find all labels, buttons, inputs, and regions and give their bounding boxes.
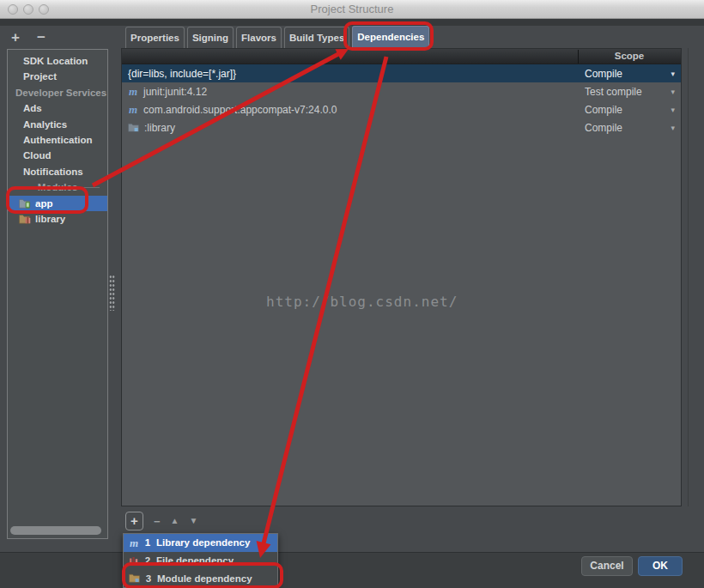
sidebar-item-analytics[interactable]: Analytics [8,117,107,132]
maven-icon: m [128,104,138,115]
tab-bar: Properties Signing Flavors Build Types D… [125,26,432,48]
window-title: Project Structure [0,3,704,15]
panel-right-edge [688,48,689,506]
move-down-icon[interactable]: ▼ [190,517,198,525]
maven-icon: m [129,537,139,549]
tab-build-types[interactable]: Build Types [284,27,349,48]
sidebar-add-button[interactable]: + [9,30,22,45]
menu-item-module-dependency[interactable]: 3 Module dependency [124,569,277,587]
sidebar-item-sdk-location[interactable]: SDK Location [8,53,107,69]
scope-dropdown[interactable]: Test compile ▾ [576,86,681,98]
table-header: Scope [122,49,681,64]
scope-dropdown[interactable]: Compile ▾ [576,122,681,134]
sidebar-remove-button[interactable]: − [34,30,48,45]
dependencies-table: Scope {dir=libs, include=[*.jar]} Compil… [121,48,682,506]
sidebar-item-project[interactable]: Project [8,69,107,84]
sidebar-separator-modules: Modules [8,179,107,195]
table-row[interactable]: :library Compile ▾ [122,118,681,136]
move-up-icon[interactable]: ▲ [171,517,179,525]
project-structure-window: Project Structure + − SDK Location Proje… [0,0,704,588]
sidebar-item-app[interactable]: app [8,196,107,211]
table-row[interactable]: m com.android.support:appcompat-v7:24.0.… [122,100,681,118]
table-row[interactable]: m junit:junit:4.12 Test compile ▾ [122,82,681,100]
chevron-down-icon: ▾ [671,70,675,78]
sidebar-list: SDK Location Project Developer Services … [7,49,108,539]
chevron-down-icon: ▾ [671,106,675,114]
tab-properties[interactable]: Properties [125,27,185,48]
cancel-button[interactable]: Cancel [581,556,633,576]
dependency-name: :library [144,122,175,134]
tab-flavors[interactable]: Flavors [236,27,282,48]
tab-signing[interactable]: Signing [187,27,234,48]
sidebar-item-authentication[interactable]: Authentication [8,132,107,148]
scope-dropdown[interactable]: Compile ▾ [576,68,681,80]
tab-dependencies[interactable]: Dependencies [352,26,429,48]
add-dependency-popup: m 1 Library dependency 2 File dependency [123,533,278,588]
add-dependency-button[interactable]: + [125,512,143,530]
sidebar-item-notifications[interactable]: Notifications [8,164,107,179]
sidebar-header-developer-services: Developer Services [8,85,107,100]
chevron-down-icon: ▾ [671,88,675,96]
maven-icon: m [128,86,138,97]
menu-item-file-dependency[interactable]: 2 File dependency [124,552,277,570]
sidebar-toolbar: + − [9,26,112,48]
sidebar-horizontal-scrollbar[interactable] [10,526,101,535]
ok-button[interactable]: OK [638,556,683,576]
titlebar: Project Structure [0,0,704,19]
watermark: http://blog.csdn.net/ [266,294,458,310]
module-folder-icon [128,123,139,132]
module-folder-icon [129,573,140,583]
sidebar-item-cloud[interactable]: Cloud [8,148,107,163]
top-strip [0,19,704,26]
menu-item-library-dependency[interactable]: m 1 Library dependency [124,534,277,552]
dependency-name: junit:junit:4.12 [143,86,207,98]
remove-dependency-button[interactable]: − [154,516,161,527]
scope-column-header[interactable]: Scope [578,49,681,64]
dependency-name: com.android.support:appcompat-v7:24.0.0 [143,104,337,116]
chevron-down-icon: ▾ [671,124,675,132]
splitter-handle[interactable] [109,275,115,311]
sidebar-item-library[interactable]: library [8,211,107,227]
dependency-name: {dir=libs, include=[*.jar]} [128,68,236,80]
library-module-icon [19,214,31,224]
library-books-icon [129,556,139,566]
android-module-icon [19,198,31,209]
sidebar-item-ads[interactable]: Ads [8,100,107,116]
dependencies-toolbar: + − ▲ ▼ [125,511,197,531]
table-row[interactable]: {dir=libs, include=[*.jar]} Compile ▾ [122,64,681,82]
scope-dropdown[interactable]: Compile ▾ [576,104,681,116]
